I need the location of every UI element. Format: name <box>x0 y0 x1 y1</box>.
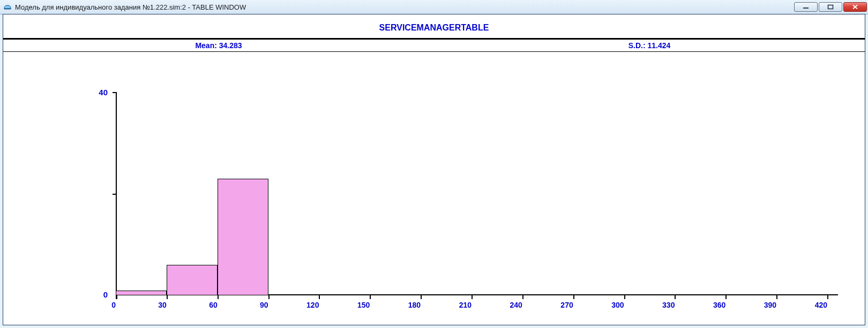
y-axis <box>116 92 117 295</box>
x-tick <box>370 295 371 299</box>
x-tick <box>827 295 828 299</box>
histogram-bar <box>116 291 167 296</box>
stat-mean: Mean: 34.283 <box>3 41 434 50</box>
x-tick <box>218 295 219 299</box>
window-titlebar: Модель для индивидуального задания №1.22… <box>0 0 868 14</box>
window-controls <box>794 2 867 12</box>
x-tick-label: 240 <box>510 301 522 309</box>
x-tick-label: 120 <box>306 301 319 309</box>
stat-sd: S.D.: 11.424 <box>434 41 865 50</box>
x-tick <box>472 295 473 299</box>
x-tick-label: 270 <box>560 301 573 309</box>
app-icon <box>3 3 12 11</box>
x-tick-label: 360 <box>713 301 725 309</box>
x-tick <box>573 295 574 299</box>
x-tick <box>522 295 523 299</box>
maximize-button[interactable] <box>819 2 842 12</box>
y-axis-min-label: 0 <box>57 290 108 299</box>
histogram-bar <box>218 179 268 296</box>
x-tick-label: 330 <box>662 301 675 309</box>
chart-area: 40 0 03060901201501802102402703003303603… <box>3 76 865 319</box>
y-tick <box>113 194 117 195</box>
x-tick <box>167 295 168 299</box>
stats-row: Mean: 34.283 S.D.: 11.424 <box>3 40 865 51</box>
x-tick <box>421 295 422 299</box>
x-tick <box>776 295 777 299</box>
svg-rect-1 <box>803 7 809 9</box>
x-tick-label: 90 <box>260 301 268 309</box>
y-tick <box>113 92 117 93</box>
x-tick-label: 30 <box>158 301 167 309</box>
svg-rect-2 <box>828 5 833 9</box>
x-tick <box>268 295 270 299</box>
x-tick-label: 300 <box>611 301 624 309</box>
x-tick-label: 0 <box>111 301 116 309</box>
svg-rect-0 <box>4 9 11 9</box>
x-tick <box>624 295 625 299</box>
minimize-button[interactable] <box>794 2 818 12</box>
y-axis-max-label: 40 <box>57 88 108 97</box>
x-tick-label: 150 <box>357 301 370 309</box>
x-tick-label: 180 <box>408 301 421 309</box>
x-tick-label: 420 <box>815 301 827 309</box>
window-title: Модель для индивидуального задания №1.22… <box>15 3 794 11</box>
close-button[interactable] <box>843 2 867 12</box>
plot-region: 0306090120150180210240270300330360390420 <box>116 92 838 295</box>
chart-title: SERVICEMANAGERTABLE <box>3 14 865 38</box>
x-tick <box>725 295 727 299</box>
client-area: SERVICEMANAGERTABLE Mean: 34.283 S.D.: 1… <box>3 14 865 325</box>
x-tick-label: 60 <box>209 301 218 309</box>
x-tick <box>319 295 320 299</box>
histogram-bar <box>167 265 218 295</box>
divider <box>3 51 865 52</box>
x-tick <box>675 295 676 299</box>
x-tick-label: 390 <box>764 301 776 309</box>
x-tick-label: 210 <box>459 301 472 309</box>
x-tick <box>116 295 117 299</box>
